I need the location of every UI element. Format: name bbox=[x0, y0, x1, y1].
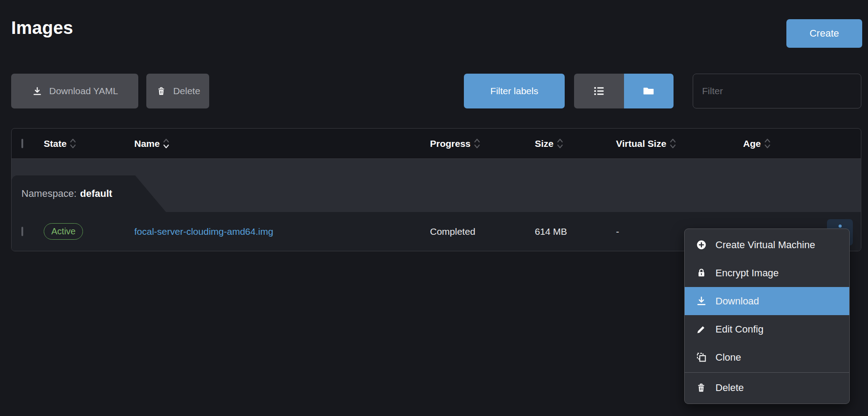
pencil-icon bbox=[695, 324, 707, 335]
row-checkbox[interactable] bbox=[21, 227, 23, 236]
filter-input[interactable] bbox=[693, 74, 861, 108]
column-label: Age bbox=[743, 138, 761, 149]
namespace-label: Namespace: bbox=[21, 188, 77, 200]
create-button[interactable]: Create bbox=[786, 19, 862, 48]
folder-view-button[interactable] bbox=[624, 74, 674, 108]
view-toggle bbox=[574, 74, 674, 108]
column-label: Progress bbox=[430, 138, 471, 149]
menu-item-label: Clone bbox=[715, 352, 741, 363]
filter-labels-button[interactable]: Filter labels bbox=[464, 74, 565, 108]
menu-item-label: Delete bbox=[715, 382, 744, 394]
folder-icon bbox=[643, 85, 654, 97]
table-header-row: State Name Progress Size Virtual Size Ag… bbox=[12, 129, 861, 159]
menu-item-delete[interactable]: Delete bbox=[685, 374, 849, 402]
column-header-size[interactable]: Size bbox=[535, 137, 616, 150]
column-header-virtual-size[interactable]: Virtual Size bbox=[616, 137, 743, 150]
download-icon bbox=[695, 295, 707, 307]
column-header-age[interactable]: Age bbox=[743, 137, 861, 150]
menu-item-encrypt-image[interactable]: Encrypt Image bbox=[685, 259, 849, 287]
sort-icon bbox=[70, 137, 76, 150]
sort-icon bbox=[474, 137, 480, 150]
image-name-link[interactable]: focal-server-cloudimg-amd64.img bbox=[134, 226, 273, 237]
menu-item-label: Create Virtual Machine bbox=[715, 239, 815, 251]
menu-item-label: Download bbox=[715, 295, 759, 307]
namespace-group-tab: Namespace: default bbox=[12, 175, 166, 212]
delete-button[interactable]: Delete bbox=[146, 74, 209, 108]
menu-divider bbox=[685, 372, 849, 373]
page-title: Images bbox=[11, 18, 73, 38]
status-badge: Active bbox=[44, 223, 83, 240]
trash-icon bbox=[155, 87, 167, 96]
column-header-progress[interactable]: Progress bbox=[430, 137, 535, 150]
column-label: State bbox=[44, 138, 66, 149]
column-label: Name bbox=[134, 138, 160, 149]
menu-item-label: Edit Config bbox=[715, 324, 764, 335]
sort-icon bbox=[557, 137, 563, 150]
download-icon bbox=[31, 86, 43, 96]
sort-icon bbox=[764, 137, 771, 150]
menu-item-download[interactable]: Download bbox=[685, 287, 849, 315]
column-header-state[interactable]: State bbox=[44, 137, 134, 150]
menu-item-label: Encrypt Image bbox=[715, 267, 779, 279]
menu-item-clone[interactable]: Clone bbox=[685, 343, 849, 371]
filter-labels-label: Filter labels bbox=[490, 86, 538, 96]
trash-icon bbox=[695, 383, 707, 393]
column-label: Size bbox=[535, 138, 554, 149]
delete-label: Delete bbox=[173, 86, 200, 96]
row-actions-menu: Create Virtual Machine Encrypt Image Dow… bbox=[684, 229, 850, 404]
clone-icon bbox=[695, 352, 707, 363]
plus-circle-icon bbox=[695, 239, 707, 250]
list-icon bbox=[593, 85, 605, 97]
sort-icon bbox=[670, 137, 676, 150]
menu-item-edit-config[interactable]: Edit Config bbox=[685, 315, 849, 343]
column-header-name[interactable]: Name bbox=[134, 137, 430, 150]
progress-cell: Completed bbox=[430, 226, 535, 237]
sort-icon bbox=[163, 137, 169, 150]
column-label: Virtual Size bbox=[616, 138, 666, 149]
download-yaml-button[interactable]: Download YAML bbox=[11, 74, 138, 108]
namespace-group-row: Namespace: default bbox=[12, 159, 861, 212]
namespace-value: default bbox=[80, 188, 112, 200]
lock-icon bbox=[695, 268, 707, 278]
menu-item-create-virtual-machine[interactable]: Create Virtual Machine bbox=[685, 231, 849, 259]
select-all-checkbox[interactable] bbox=[21, 139, 23, 148]
download-yaml-label: Download YAML bbox=[49, 86, 118, 96]
list-view-button[interactable] bbox=[574, 74, 624, 108]
size-cell: 614 MB bbox=[535, 226, 616, 237]
